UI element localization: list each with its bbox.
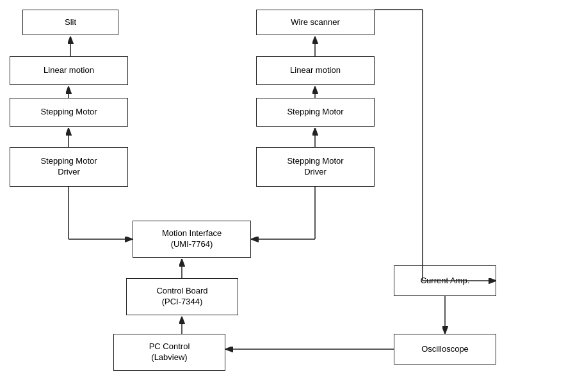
stepping-motor-left-box: Stepping Motor — [10, 98, 128, 127]
control-board-box: Control Board(PCI-7344) — [126, 278, 238, 315]
linear-motion-right-box: Linear motion — [256, 56, 375, 85]
motion-interface-box: Motion Interface(UMI-7764) — [133, 221, 251, 258]
pc-control-box: PC Control(Labview) — [113, 334, 225, 371]
wire-scanner-box: Wire scanner — [256, 10, 375, 35]
diagram: Slit Linear motion Stepping Motor Steppi… — [0, 0, 566, 392]
current-amp-box: Current Amp. — [394, 265, 496, 296]
slit-box: Slit — [22, 10, 118, 35]
stepping-motor-right-box: Stepping Motor — [256, 98, 375, 127]
linear-motion-left-box: Linear motion — [10, 56, 128, 85]
stepping-motor-driver-left-box: Stepping MotorDriver — [10, 147, 128, 187]
stepping-motor-driver-right-box: Stepping MotorDriver — [256, 147, 375, 187]
oscilloscope-box: Oscilloscope — [394, 334, 496, 365]
